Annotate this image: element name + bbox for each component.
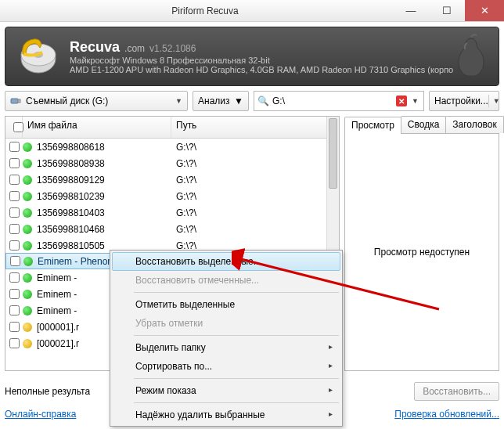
row-checkbox[interactable] xyxy=(5,142,23,152)
row-path: G:\?\ xyxy=(171,207,339,218)
status-dot-icon xyxy=(23,192,32,201)
row-path: G:\?\ xyxy=(171,224,339,235)
table-row[interactable]: 1356998808618G:\?\ xyxy=(5,139,339,155)
row-filename: Eminem - xyxy=(37,272,77,283)
row-checkbox[interactable] xyxy=(5,224,23,234)
maximize-button[interactable]: ☐ xyxy=(429,0,465,21)
settings-button[interactable]: Настройки... ▼ xyxy=(429,91,499,111)
analyze-label: Анализ xyxy=(198,96,230,106)
titlebar: Piriform Recuva ― ☐ ✕ xyxy=(0,0,504,22)
chevron-down-icon: ▼ xyxy=(175,97,182,105)
status-dot-icon xyxy=(23,323,32,332)
row-filename: 1356998808938 xyxy=(37,158,105,169)
scrollbar-thumb[interactable] xyxy=(329,118,337,189)
ctx-uncheck: Убрать отметки xyxy=(112,314,340,333)
ctx-secure-delete[interactable]: Надёжно удалить выбранные xyxy=(112,406,340,424)
ctx-view-mode[interactable]: Режим показа xyxy=(112,381,340,400)
check-updates-link[interactable]: Проверка обновлений... xyxy=(394,409,499,420)
table-row[interactable]: 1356998808938G:\?\ xyxy=(5,155,339,171)
row-filename: 1356998810505 xyxy=(37,240,105,251)
row-checkbox[interactable] xyxy=(6,256,23,266)
ctx-recover-selected[interactable]: Восстановить выделенные... xyxy=(112,252,340,271)
row-path: G:\?\ xyxy=(171,175,339,186)
table-row[interactable]: 1356998810468G:\?\ xyxy=(5,221,339,237)
preview-body: Просмотр недоступен xyxy=(344,133,499,371)
row-checkbox[interactable] xyxy=(5,207,23,218)
row-checkbox[interactable] xyxy=(5,272,23,283)
row-path: G:\?\ xyxy=(171,158,339,169)
drive-combo-label: Съемный диск (G:) xyxy=(26,96,108,106)
row-checkbox[interactable] xyxy=(5,158,23,168)
ctx-separator xyxy=(134,292,339,293)
row-checkbox[interactable] xyxy=(5,305,23,315)
close-button[interactable]: ✕ xyxy=(465,0,504,21)
row-filename: 1356998808618 xyxy=(37,142,105,153)
usb-drive-icon xyxy=(10,96,21,106)
chevron-down-icon[interactable]: ▼ xyxy=(488,95,500,107)
row-checkbox[interactable] xyxy=(5,338,23,348)
status-dot-icon xyxy=(23,306,32,315)
preview-panel: Просмотр Сводка Заголовок Просмотр недос… xyxy=(344,116,499,371)
ctx-check-selected[interactable]: Отметить выделенные xyxy=(112,295,340,314)
row-filename: 1356998810468 xyxy=(37,224,105,235)
ctx-separator xyxy=(134,402,339,403)
row-filename: Eminem - xyxy=(37,289,77,300)
path-field[interactable]: 🔍 ✕ ▼ xyxy=(254,91,424,111)
ctx-sort-by[interactable]: Сортировать по... xyxy=(112,357,340,376)
status-dot-icon xyxy=(23,241,32,251)
status-dot-icon xyxy=(23,290,32,299)
row-filename: 1356998810403 xyxy=(37,207,105,218)
row-checkbox[interactable] xyxy=(5,191,23,201)
recuva-logo-icon xyxy=(15,35,62,78)
status-dot-icon xyxy=(23,142,32,152)
minimize-button[interactable]: ― xyxy=(393,0,429,21)
table-row[interactable]: 1356998809129G:\?\ xyxy=(5,171,339,188)
status-text: Неполные результа xyxy=(5,386,90,397)
status-dot-icon xyxy=(23,339,32,348)
ctx-separator xyxy=(134,335,339,336)
tab-header[interactable]: Заголовок xyxy=(445,116,503,133)
row-path: G:\?\ xyxy=(171,142,339,153)
search-icon: 🔍 xyxy=(257,96,269,106)
context-menu: Восстановить выделенные... Восстановить … xyxy=(110,250,343,427)
list-header: Имя файла Путь xyxy=(5,117,339,139)
recover-button[interactable]: Восстановить... xyxy=(414,382,499,401)
row-checkbox[interactable] xyxy=(5,240,23,251)
status-dot-icon xyxy=(23,159,32,168)
analyze-button[interactable]: Анализ ▼ xyxy=(193,91,249,111)
column-path[interactable]: Путь xyxy=(171,117,339,138)
status-dot-icon xyxy=(23,273,32,283)
app-header: Recuva.com v1.52.1086 Майкрософт Windows… xyxy=(5,27,499,86)
row-path: G:\?\ xyxy=(171,191,339,202)
drive-combo[interactable]: Съемный диск (G:) ▼ xyxy=(5,91,188,111)
row-filename: Eminem - xyxy=(37,305,77,316)
row-filename: [000021].r xyxy=(37,338,79,349)
row-filename: 1356998809129 xyxy=(37,175,105,186)
version-label: v1.52.1086 xyxy=(149,43,196,54)
header-checkbox[interactable] xyxy=(5,117,23,138)
column-name[interactable]: Имя файла xyxy=(23,117,171,138)
table-row[interactable]: 1356998810403G:\?\ xyxy=(5,204,339,221)
row-filename: 1356998810239 xyxy=(37,191,105,202)
preview-empty-label: Просмотр недоступен xyxy=(374,247,470,258)
ctx-recover-checked: Восстановить отмеченные... xyxy=(112,271,340,290)
chevron-down-icon: ▼ xyxy=(234,96,243,106)
hw-line: AMD E1-1200 APU with Radeon HD Graphics,… xyxy=(70,65,489,74)
online-help-link[interactable]: Онлайн-справка xyxy=(5,409,76,420)
tab-summary[interactable]: Сводка xyxy=(401,116,447,133)
settings-label: Настройки... xyxy=(434,96,488,106)
row-filename: [000001].r xyxy=(37,322,79,333)
ctx-select-folder[interactable]: Выделить папку xyxy=(112,338,340,357)
row-checkbox[interactable] xyxy=(5,175,23,185)
os-line: Майкрософт Windows 8 Профессиональная 32… xyxy=(70,56,489,65)
brand-name: Recuva xyxy=(70,39,120,56)
status-dot-icon xyxy=(23,225,32,234)
row-checkbox[interactable] xyxy=(5,322,23,332)
table-row[interactable]: 1356998810239G:\?\ xyxy=(5,188,339,204)
clear-path-icon[interactable]: ✕ xyxy=(396,96,407,106)
row-checkbox[interactable] xyxy=(5,289,23,299)
path-input[interactable] xyxy=(272,96,393,106)
chevron-down-icon[interactable]: ▼ xyxy=(410,97,420,105)
svg-rect-4 xyxy=(18,99,20,103)
tab-preview[interactable]: Просмотр xyxy=(344,117,401,134)
